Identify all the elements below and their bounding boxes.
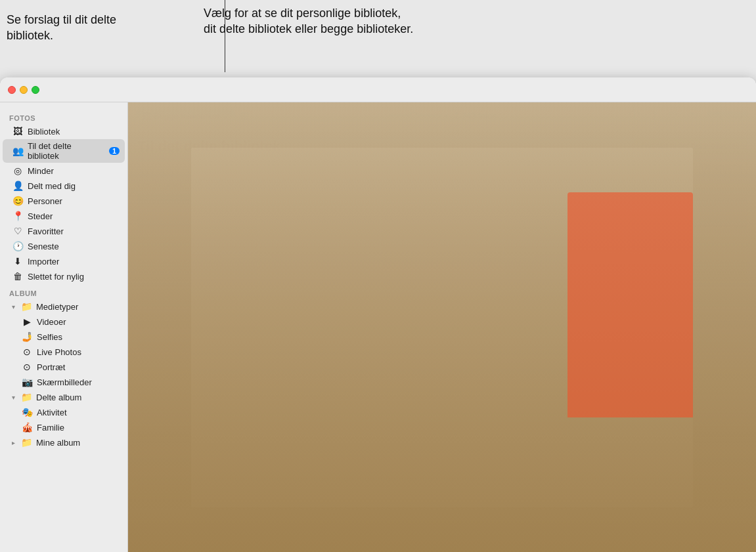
sidebar-label-importer: Importer <box>28 257 120 266</box>
sidebar-item-delt-med-dig[interactable]: 👤 Delt med dig <box>3 179 125 193</box>
sidebar-item-videoer[interactable]: ▶ Videoer <box>3 314 125 329</box>
bibliotek-icon: 🖼 <box>12 126 24 137</box>
sidebar-label-medietyper: Medietyper <box>36 302 120 312</box>
portraet-icon: ⊙ <box>21 362 33 372</box>
delt-bibliotek-badge: 1 <box>109 147 120 155</box>
annotation-line <box>225 0 225 72</box>
sidebar-item-live-photos[interactable]: ⊙ Live Photos <box>3 345 125 359</box>
minimize-button[interactable] <box>20 86 28 94</box>
title-bar <box>0 77 756 102</box>
sidebar-label-minder: Minder <box>28 166 120 176</box>
skaermbilleder-icon: 📷 <box>21 377 33 387</box>
sidebar-item-favoritter[interactable]: ♡ Favoritter <box>3 224 125 238</box>
sidebar-label-portraet: Portræt <box>37 362 120 372</box>
slettet-icon: 🗑 <box>12 271 24 282</box>
sidebar-label-delt-med-dig: Delt med dig <box>28 181 120 191</box>
videoer-icon: ▶ <box>21 316 33 327</box>
sidebar-item-medietyper[interactable]: ▾ 📁 Medietyper <box>3 299 125 314</box>
app-window: Fotos 🖼 Bibliotek 👥 Til det delte biblio… <box>0 77 756 552</box>
sidebar-label-selfies: Selfies <box>37 332 120 342</box>
sidebar-label-live-photos: Live Photos <box>37 347 120 357</box>
sidebar-item-mine-album[interactable]: ▸ 📁 Mine album <box>3 435 125 450</box>
section-santa-cruz: NY · Santa Cruz 10 emner <box>137 299 747 499</box>
main-content: 🖼 Begge biblioteker ⌄ ⊞ − + 1.743 fotos … <box>128 102 756 552</box>
delte-album-icon: 📁 <box>20 392 32 402</box>
delt-bibliotek-icon: 👥 <box>12 146 24 156</box>
medietyper-icon: 📁 <box>20 301 32 312</box>
annotation-center: Vælg for at se dit personlige bibliotek,… <box>204 5 414 37</box>
photo-grid-santa-cruz-row2 <box>137 407 747 499</box>
sidebar-label-slettet: Slettet for nylig <box>28 272 120 282</box>
delte-album-disclosure: ▾ <box>12 394 15 401</box>
sidebar-item-skaermbilleder[interactable]: 📷 Skærmbilleder <box>3 375 125 389</box>
sidebar-label-mine-album: Mine album <box>36 438 120 448</box>
mine-album-icon: 📁 <box>20 437 32 448</box>
content-area[interactable]: Til det delte bibliotek Flyt alle til de… <box>128 130 756 552</box>
sidebar-item-familie[interactable]: 🎪 Familie <box>3 420 125 435</box>
sidebar-label-delte-album: Delte album <box>36 393 120 402</box>
live-photos-icon: ⊙ <box>21 347 33 357</box>
sidebar-item-delt-bibliotek[interactable]: 👥 Til det delte bibliotek 1 <box>3 139 125 163</box>
importer-icon: ⬇ <box>12 256 24 266</box>
delt-med-dig-icon: 👤 <box>12 180 24 191</box>
sidebar-label-bibliotek: Bibliotek <box>28 127 120 137</box>
sidebar-item-seneste[interactable]: 🕐 Seneste <box>3 239 125 253</box>
sidebar-item-importer[interactable]: ⬇ Importer <box>3 254 125 268</box>
photo-cell[interactable] <box>627 407 747 499</box>
sidebar-item-minder[interactable]: ◎ Minder <box>3 163 125 178</box>
sidebar-item-steder[interactable]: 📍 Steder <box>3 209 125 223</box>
sidebar-section-album: Album <box>0 284 127 299</box>
selfies-icon: 🤳 <box>21 331 33 342</box>
minder-icon: ◎ <box>12 165 24 176</box>
sidebar-item-bibliotek[interactable]: 🖼 Bibliotek <box>3 124 125 138</box>
sidebar-label-aktivitet: Aktivitet <box>37 408 120 417</box>
traffic-lights <box>8 86 39 94</box>
annotation-left: Se forslag til dit delte bibliotek. <box>7 12 128 44</box>
sidebar-label-familie: Familie <box>37 423 120 433</box>
sidebar: Fotos 🖼 Bibliotek 👥 Til det delte biblio… <box>0 102 128 552</box>
sidebar-label-delt-bibliotek: Til det delte bibliotek <box>28 141 105 161</box>
aktivitet-icon: 🎭 <box>21 407 33 417</box>
sidebar-item-slettet[interactable]: 🗑 Slettet for nylig <box>3 269 125 284</box>
familie-icon: 🎪 <box>21 422 33 433</box>
sidebar-label-personer: Personer <box>28 196 120 206</box>
sidebar-label-favoritter: Favoritter <box>28 226 120 236</box>
sidebar-label-steder: Steder <box>28 211 120 221</box>
sidebar-item-delte-album[interactable]: ▾ 📁 Delte album <box>3 390 125 404</box>
sidebar-label-skaermbilleder: Skærmbilleder <box>37 377 120 387</box>
sidebar-item-personer[interactable]: 😊 Personer <box>3 194 125 208</box>
seneste-icon: 🕐 <box>12 241 24 251</box>
sidebar-item-portraet[interactable]: ⊙ Portræt <box>3 360 125 374</box>
favoritter-icon: ♡ <box>12 226 24 236</box>
mine-album-disclosure: ▸ <box>12 439 15 446</box>
steder-icon: 📍 <box>12 211 24 221</box>
sidebar-item-selfies[interactable]: 🤳 Selfies <box>3 329 125 344</box>
medietyper-disclosure: ▾ <box>12 303 15 310</box>
sidebar-label-videoer: Videoer <box>37 317 120 327</box>
close-button[interactable] <box>8 86 16 94</box>
sidebar-item-aktivitet[interactable]: 🎭 Aktivitet <box>3 405 125 419</box>
maximize-button[interactable] <box>32 86 39 94</box>
sidebar-label-seneste: Seneste <box>28 242 120 251</box>
personer-icon: 😊 <box>12 196 24 206</box>
sidebar-section-fotos: Fotos <box>0 109 127 123</box>
